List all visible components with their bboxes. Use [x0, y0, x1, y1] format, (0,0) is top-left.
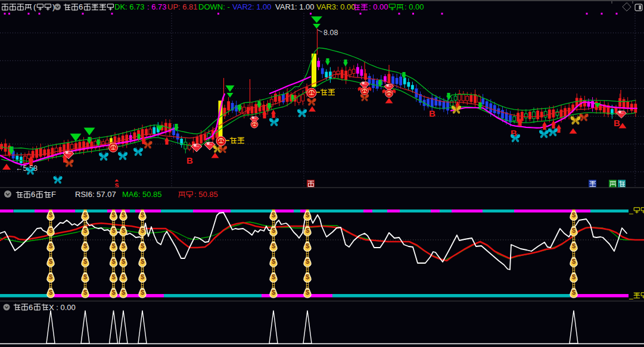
- svg-text:$: $: [141, 227, 144, 234]
- svg-text:$: $: [122, 289, 125, 296]
- svg-text:8.08: 8.08: [323, 29, 338, 37]
- svg-text:$: $: [572, 227, 575, 234]
- svg-text:: 6.73: : 6.73: [147, 2, 167, 11]
- svg-text:$: $: [272, 242, 275, 249]
- svg-text:VAR1: 1.00: VAR1: 1.00: [275, 2, 315, 11]
- svg-text:$: $: [572, 289, 575, 296]
- svg-text:$: $: [49, 242, 52, 249]
- svg-text:$: $: [306, 211, 309, 218]
- svg-text:F: F: [51, 190, 56, 199]
- svg-text:DK: 6.73: DK: 6.73: [114, 2, 145, 11]
- svg-text:6: 6: [79, 2, 83, 11]
- svg-text:VAR2: 1.00: VAR2: 1.00: [232, 2, 272, 11]
- svg-text:$: $: [111, 211, 115, 218]
- svg-text:$: $: [141, 211, 144, 218]
- svg-text:$: $: [306, 273, 309, 280]
- svg-text:X : 0.00: X : 0.00: [49, 303, 76, 312]
- svg-text:$: $: [572, 258, 575, 265]
- svg-text:$: $: [83, 242, 87, 249]
- svg-text:$: $: [572, 273, 575, 280]
- svg-text:DOWN: -: DOWN: -: [198, 2, 230, 11]
- svg-text:VAR3: 0.00: VAR3: 0.00: [316, 2, 356, 11]
- svg-text:$: $: [49, 227, 52, 234]
- svg-text:$: $: [111, 273, 115, 280]
- svg-text:_: _: [629, 206, 633, 214]
- svg-text:RSI6: 57.07: RSI6: 57.07: [75, 190, 116, 199]
- svg-text:$: $: [83, 289, 87, 296]
- svg-text:$: $: [272, 227, 275, 234]
- svg-text:$: $: [83, 273, 87, 280]
- svg-text:$: $: [272, 258, 275, 265]
- svg-text:$: $: [122, 258, 125, 265]
- svg-text:$: $: [49, 273, 52, 280]
- svg-text:$: $: [272, 273, 275, 280]
- svg-text:MA6: 50.85: MA6: 50.85: [122, 190, 162, 199]
- svg-text:$: $: [122, 211, 125, 218]
- svg-text:$: $: [49, 258, 52, 265]
- svg-text:B: B: [186, 155, 193, 165]
- svg-text:$: $: [111, 289, 115, 296]
- svg-text:$: $: [111, 258, 115, 265]
- svg-text:$: $: [272, 211, 275, 218]
- svg-text:$: $: [141, 242, 144, 249]
- svg-text:$: $: [572, 211, 575, 218]
- svg-text:$: $: [572, 242, 575, 249]
- svg-text:$: $: [306, 242, 309, 249]
- svg-text:$: $: [83, 227, 87, 234]
- svg-text:$: $: [306, 289, 309, 296]
- svg-text:$: $: [122, 273, 125, 280]
- svg-text:B: B: [429, 108, 435, 118]
- svg-text:$: $: [49, 289, 52, 296]
- svg-text:$: $: [141, 258, 144, 265]
- svg-text:: 0.00: : 0.00: [369, 2, 388, 11]
- svg-text:$: $: [272, 289, 275, 296]
- svg-text:UP: 6.81: UP: 6.81: [167, 2, 198, 11]
- svg-text:6: 6: [31, 190, 35, 199]
- svg-text:: 0.00: : 0.00: [405, 2, 424, 11]
- svg-text:$: $: [141, 273, 144, 280]
- svg-text:(: (: [33, 2, 36, 11]
- svg-text:$: $: [49, 211, 52, 218]
- svg-text:6: 6: [29, 303, 33, 312]
- svg-text:$: $: [111, 242, 115, 249]
- svg-text:$: $: [122, 227, 125, 234]
- svg-text:$: $: [122, 242, 125, 249]
- svg-text:$: $: [83, 258, 87, 265]
- svg-text:$: $: [141, 289, 144, 296]
- svg-text:$: $: [306, 258, 309, 265]
- svg-text:B: B: [614, 118, 620, 128]
- svg-text:$: $: [111, 227, 115, 234]
- svg-text:$: $: [83, 211, 87, 218]
- svg-text:_: _: [629, 291, 633, 299]
- svg-text:$: $: [306, 227, 309, 234]
- svg-text:: 50.85: : 50.85: [194, 190, 218, 199]
